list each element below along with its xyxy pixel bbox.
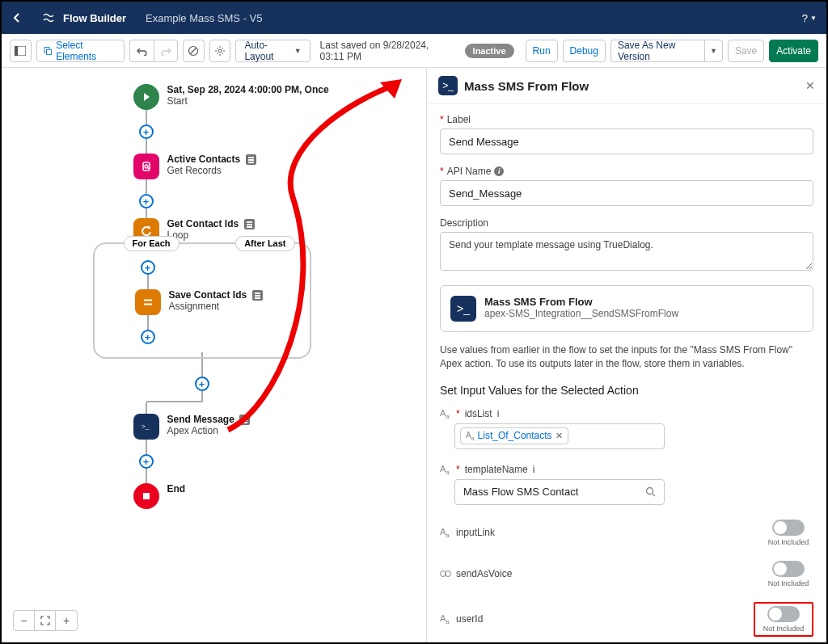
annotation-highlight: Not Included (754, 602, 813, 637)
zoom-in-button[interactable]: + (56, 611, 77, 630)
info-icon[interactable]: i (494, 166, 504, 176)
svg-line-15 (653, 494, 656, 497)
svg-text:>_: >_ (142, 423, 150, 430)
sendasvoice-label: sendAsVoice (456, 568, 512, 579)
get-records-icon (133, 154, 159, 179)
flow-node-start[interactable]: Sat, Sep 28, 2024 4:00:00 PM, OnceStart (133, 84, 384, 110)
svg-rect-1 (15, 46, 18, 56)
note-icon (239, 415, 250, 425)
userid-label: userId (456, 613, 483, 625)
zoom-out-button[interactable]: − (14, 611, 35, 630)
app-header: Flow Builder Example Mass SMS - V5 ?▼ (2, 2, 826, 34)
zoom-fit-button[interactable] (35, 611, 56, 630)
templatename-input[interactable] (454, 479, 665, 505)
note-icon (246, 154, 256, 165)
text-type-icon: Aa (440, 613, 451, 625)
svg-line-5 (191, 48, 196, 53)
api-name-field-label: API Name (447, 166, 492, 177)
auto-layout-dropdown[interactable]: Auto-Layout ▼ (235, 40, 310, 62)
save-button: Save (728, 40, 764, 62)
idslist-input[interactable]: AaList_Of_Contacts ✕ (454, 423, 665, 449)
svg-rect-3 (46, 49, 51, 54)
help-text: Use values from earlier in the flow to s… (440, 343, 813, 371)
add-node-button[interactable]: + (139, 454, 154, 469)
search-icon (645, 486, 656, 497)
toggle-caption: Not Included (763, 579, 813, 587)
flow-node-send-message[interactable]: >_ Send Message Apex Action (133, 414, 384, 440)
add-node-button[interactable]: + (139, 194, 154, 208)
userid-toggle[interactable] (767, 606, 800, 622)
idslist-label: idsList (465, 408, 492, 419)
zoom-controls: − + (13, 610, 78, 631)
no-entry-button[interactable] (183, 40, 205, 62)
text-type-icon: Aa (440, 464, 451, 476)
flow-node-end[interactable]: End (133, 483, 384, 509)
run-button[interactable]: Run (526, 40, 558, 62)
svg-rect-13 (143, 493, 150, 499)
toggle-caption: Not Included (758, 625, 809, 633)
text-type-icon: Aa (440, 527, 451, 539)
builder-title: Flow Builder (63, 12, 126, 24)
add-node-button[interactable]: + (141, 260, 155, 275)
apex-action-icon: >_ (450, 296, 476, 322)
svg-point-6 (218, 49, 222, 53)
toolbar: Select Elements Auto-Layout ▼ Last saved… (2, 34, 826, 68)
note-icon (252, 290, 263, 301)
svg-point-14 (647, 488, 653, 495)
save-as-button[interactable]: Save As New Version (610, 40, 704, 62)
label-field-label: Label (447, 114, 471, 125)
svg-rect-7 (143, 162, 150, 170)
play-icon (133, 84, 159, 110)
sendasvoice-row: sendAsVoice Not Included (440, 561, 813, 587)
help-menu[interactable]: ?▼ (802, 12, 817, 24)
select-elements-button[interactable]: Select Elements (36, 40, 125, 62)
debug-button[interactable]: Debug (563, 40, 606, 62)
resource-pill[interactable]: AaList_Of_Contacts ✕ (460, 427, 568, 444)
action-api-name: apex-SMS_Integration__SendSMSFromFlow (484, 308, 678, 319)
api-name-input[interactable] (440, 180, 813, 206)
after-last-label: After Last (235, 236, 294, 251)
toggle-caption: Not Included (763, 538, 813, 546)
description-field-label: Description (440, 217, 488, 229)
description-input[interactable] (440, 232, 813, 271)
settings-button[interactable] (209, 40, 231, 62)
redo-button[interactable] (154, 40, 178, 62)
boolean-type-icon (440, 570, 451, 578)
last-saved-text: Last saved on 9/28/2024, 03:11 PM (320, 40, 455, 62)
inputlink-label: inputLink (456, 527, 495, 538)
svg-point-8 (145, 165, 148, 168)
flow-node-active-contacts[interactable]: Active Contacts Get Records (133, 154, 384, 179)
apex-action-icon: >_ (133, 414, 159, 440)
label-input[interactable] (440, 128, 813, 154)
flow-logo-icon (42, 11, 55, 24)
svg-line-9 (147, 168, 149, 170)
action-ref-card: >_ Mass SMS From Flow apex-SMS_Integrati… (440, 285, 813, 332)
toggle-panel-button[interactable] (10, 40, 32, 62)
sendasvoice-toggle[interactable] (772, 561, 805, 577)
save-as-dropdown[interactable]: ▼ (704, 40, 723, 62)
close-icon[interactable]: ✕ (805, 79, 815, 92)
flow-node-save-contact-ids[interactable]: Save Contact Ids Assignment (135, 289, 310, 315)
back-button[interactable] (11, 12, 31, 23)
loop-container: For Each After Last + Save Contact Ids A… (93, 242, 311, 359)
add-node-button[interactable]: + (195, 377, 209, 391)
info-icon[interactable]: i (497, 408, 500, 419)
remove-pill-icon[interactable]: ✕ (556, 431, 563, 441)
note-icon (244, 219, 255, 229)
add-node-button[interactable]: + (141, 330, 155, 344)
status-badge: Inactive (465, 44, 514, 58)
flow-name[interactable]: Example Mass SMS - V5 (146, 12, 263, 24)
inputlink-toggle[interactable] (772, 520, 805, 536)
text-type-icon: Aa (440, 408, 451, 420)
activate-button[interactable]: Activate (769, 40, 818, 62)
properties-panel: >_ Mass SMS From Flow ✕ *Label *API Name… (426, 68, 826, 642)
apex-action-icon: >_ (438, 76, 458, 95)
flow-canvas[interactable]: Sat, Sep 28, 2024 4:00:00 PM, OnceStart … (2, 68, 426, 642)
templatename-label: templateName (465, 464, 528, 475)
for-each-label: For Each (124, 236, 180, 251)
add-node-button[interactable]: + (139, 124, 154, 139)
section-heading: Set Input Values for the Selected Action (440, 384, 813, 397)
assignment-icon (135, 289, 161, 315)
info-icon[interactable]: i (533, 464, 535, 475)
undo-button[interactable] (129, 40, 154, 62)
